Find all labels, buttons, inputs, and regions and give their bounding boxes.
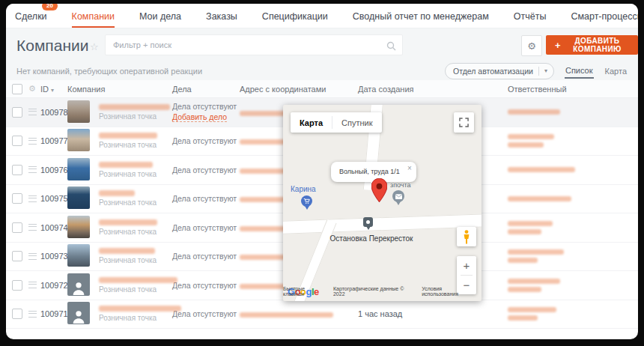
column-header-id[interactable]: ID▾ bbox=[40, 85, 67, 94]
deals-status: Дела отсутствуют bbox=[172, 281, 240, 290]
company-name-redacted[interactable] bbox=[99, 306, 181, 312]
row-checkbox[interactable] bbox=[12, 280, 22, 291]
map-popup: Карта Спутник Вольный, труда 1/1 × зпочт… bbox=[283, 105, 482, 301]
nav-item-reports[interactable]: Отчёты bbox=[514, 4, 547, 28]
company-photo bbox=[67, 216, 90, 238]
select-all-checkbox[interactable] bbox=[12, 84, 22, 94]
company-thumbnail[interactable] bbox=[67, 186, 91, 210]
company-name-redacted[interactable] bbox=[99, 248, 155, 254]
row-checkbox[interactable] bbox=[12, 165, 22, 175]
map-type-control: Карта Спутник bbox=[291, 112, 382, 133]
company-thumbnail[interactable] bbox=[67, 216, 91, 240]
row-menu-icon[interactable] bbox=[28, 138, 37, 145]
add-deal-link[interactable]: Добавить дело bbox=[172, 112, 227, 122]
department-filter-pill[interactable]: Отдел автоматизации ▾ bbox=[445, 63, 554, 79]
envelope-icon bbox=[395, 194, 402, 199]
sub-toolbar: Нет компаний, требующих оперативной реак… bbox=[6, 61, 638, 80]
created-date: 1 час назад bbox=[358, 309, 508, 318]
nav-item-specifications[interactable]: Спецификации bbox=[262, 4, 328, 28]
row-menu-icon[interactable] bbox=[28, 109, 37, 115]
infowindow-address: Вольный, труда 1/1 bbox=[339, 168, 400, 175]
nav-item-manager-report[interactable]: Сводный отчет по менеджерам bbox=[353, 4, 489, 28]
company-thumbnail[interactable] bbox=[67, 273, 91, 297]
view-tab-list[interactable]: Список bbox=[565, 64, 594, 79]
deals-status: Дела отсутствуют bbox=[172, 102, 240, 111]
column-header-created[interactable]: Дата создания bbox=[358, 85, 508, 94]
row-menu-icon[interactable] bbox=[28, 253, 37, 260]
company-thumbnail[interactable] bbox=[67, 158, 91, 182]
column-header-deals[interactable]: Дела bbox=[172, 85, 240, 94]
row-menu-icon[interactable] bbox=[28, 195, 37, 202]
nav-item-deals[interactable]: Сделки 20 bbox=[15, 4, 47, 28]
company-type-label: Розничная точка bbox=[99, 198, 172, 207]
column-header-address[interactable]: Адрес с координатами bbox=[240, 85, 358, 94]
row-menu-icon[interactable] bbox=[28, 311, 37, 318]
row-checkbox[interactable] bbox=[12, 136, 22, 146]
company-name-redacted[interactable] bbox=[99, 219, 157, 225]
store-marker[interactable] bbox=[301, 195, 312, 207]
search-input[interactable] bbox=[106, 35, 390, 55]
responsible-redacted bbox=[508, 258, 538, 263]
pegman-button[interactable] bbox=[457, 227, 476, 246]
row-checkbox[interactable] bbox=[12, 309, 22, 319]
post-office-marker[interactable] bbox=[392, 190, 404, 202]
company-photo bbox=[67, 158, 90, 180]
row-checkbox[interactable] bbox=[12, 251, 22, 261]
company-name-redacted[interactable] bbox=[99, 277, 177, 283]
map-type-map-button[interactable]: Карта bbox=[291, 118, 332, 127]
poi-label: зпочта bbox=[390, 181, 411, 189]
red-map-marker[interactable] bbox=[371, 178, 387, 205]
settings-button[interactable]: ⚙ bbox=[521, 35, 542, 56]
company-name-redacted[interactable] bbox=[99, 162, 153, 168]
map-shortcuts-link[interactable]: Быстрые клавиши bbox=[283, 286, 326, 297]
column-header-company[interactable]: Компания bbox=[67, 85, 172, 94]
column-header-responsible[interactable]: Ответственный bbox=[508, 85, 638, 94]
favorite-star-icon[interactable]: ☆ bbox=[90, 41, 99, 52]
nav-item-smart-processes[interactable]: Смарт-процессы bbox=[571, 4, 638, 28]
page-title: Компании bbox=[16, 37, 88, 55]
nav-item-my-tasks[interactable]: Мои дела bbox=[139, 4, 181, 28]
row-checkbox[interactable] bbox=[12, 193, 22, 204]
person-icon bbox=[70, 308, 87, 324]
row-menu-icon[interactable] bbox=[28, 224, 37, 231]
row-menu-icon[interactable] bbox=[28, 282, 37, 288]
cart-icon bbox=[303, 198, 310, 204]
add-company-button[interactable]: + ДОБАВИТЬ КОМПАНИЮ bbox=[546, 35, 638, 55]
view-tab-map[interactable]: Карта bbox=[604, 64, 628, 78]
gear-icon: ⚙ bbox=[527, 40, 536, 52]
nav-item-orders[interactable]: Заказы bbox=[206, 4, 237, 28]
table-header: ⚙ ID▾ Компания Дела Адрес с координатами… bbox=[6, 80, 638, 98]
deals-status: Дела отсутствуют bbox=[172, 309, 240, 318]
row-checkbox[interactable] bbox=[12, 222, 22, 233]
transit-stop-marker[interactable] bbox=[363, 217, 373, 227]
table-row[interactable]: 100971Розничная точкаДела отсутствуют1 ч… bbox=[6, 300, 638, 330]
columns-gear-icon[interactable]: ⚙ bbox=[28, 84, 40, 94]
company-name-redacted[interactable] bbox=[99, 190, 135, 196]
company-thumbnail[interactable] bbox=[67, 129, 91, 153]
fullscreen-button[interactable] bbox=[454, 112, 474, 133]
company-type-label: Розничная точка bbox=[99, 256, 172, 264]
fullscreen-icon bbox=[459, 118, 469, 127]
row-id: 100971 bbox=[40, 309, 67, 318]
company-name-redacted[interactable] bbox=[99, 133, 157, 139]
company-thumbnail[interactable] bbox=[67, 100, 91, 124]
filter-search-box[interactable] bbox=[105, 34, 403, 55]
row-id: 100972 bbox=[40, 281, 67, 290]
company-thumbnail[interactable] bbox=[67, 302, 91, 326]
responsible-redacted bbox=[508, 229, 541, 234]
attention-notice: Нет компаний, требующих оперативной реак… bbox=[16, 67, 202, 76]
map-type-satellite-button[interactable]: Спутник bbox=[332, 118, 381, 127]
company-name-redacted[interactable] bbox=[99, 104, 170, 110]
map-terms-link[interactable]: Условия использования bbox=[422, 286, 479, 297]
top-navigation: Сделки 20 Компании Мои дела Заказы Специ… bbox=[6, 4, 638, 28]
row-checkbox[interactable] bbox=[12, 107, 22, 118]
company-type-label: Розничная точка bbox=[99, 112, 172, 121]
pegman-icon bbox=[462, 230, 471, 244]
company-thumbnail[interactable] bbox=[67, 244, 91, 268]
close-icon[interactable]: × bbox=[407, 164, 412, 172]
company-type-label: Розничная точка bbox=[99, 285, 172, 294]
row-menu-icon[interactable] bbox=[28, 166, 37, 173]
nav-item-companies[interactable]: Компании bbox=[72, 4, 115, 28]
zoom-in-button[interactable]: + bbox=[457, 256, 476, 275]
app-window: Сделки 20 Компании Мои дела Заказы Специ… bbox=[6, 4, 638, 339]
